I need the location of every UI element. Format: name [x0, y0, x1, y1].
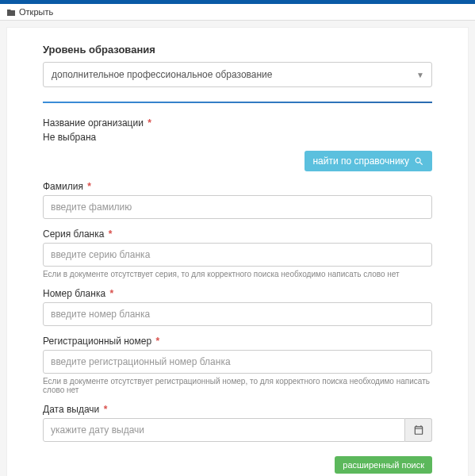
blank-series-help: Если в документе отсутствует серия, то д… [43, 270, 432, 278]
org-label: Название организации * [43, 117, 432, 129]
reg-number-help: Если в документе отсутствует регистрацио… [43, 377, 432, 394]
advanced-search-button[interactable]: расширенный поиск [335, 456, 432, 474]
surname-input[interactable] [43, 195, 432, 219]
blank-number-label: Номер бланка * [43, 288, 432, 299]
search-icon [414, 156, 424, 167]
blank-series-input[interactable] [43, 243, 432, 267]
blank-number-input[interactable] [43, 302, 432, 326]
reg-number-input[interactable] [43, 350, 432, 374]
issue-date-label: Дата выдачи * [43, 404, 432, 415]
surname-label: Фамилия * [43, 181, 432, 192]
calendar-icon [413, 424, 424, 436]
org-value: Не выбрана [43, 132, 432, 143]
education-level-title: Уровень образования [43, 44, 432, 56]
section-divider [43, 102, 432, 103]
open-label[interactable]: Открыть [19, 7, 53, 17]
blank-series-label: Серия бланка * [43, 228, 432, 240]
calendar-button[interactable] [405, 418, 432, 442]
search-form: Уровень образования дополнительное профе… [6, 27, 469, 476]
folder-open-icon [6, 8, 16, 16]
education-level-select[interactable]: дополнительное профессиональное образова… [43, 62, 432, 87]
issue-date-input[interactable] [43, 418, 405, 442]
reg-number-label: Регистрационный номер * [43, 336, 432, 347]
toolbar: Открыть [0, 4, 475, 21]
find-reference-button[interactable]: найти по справочнику [305, 151, 432, 171]
